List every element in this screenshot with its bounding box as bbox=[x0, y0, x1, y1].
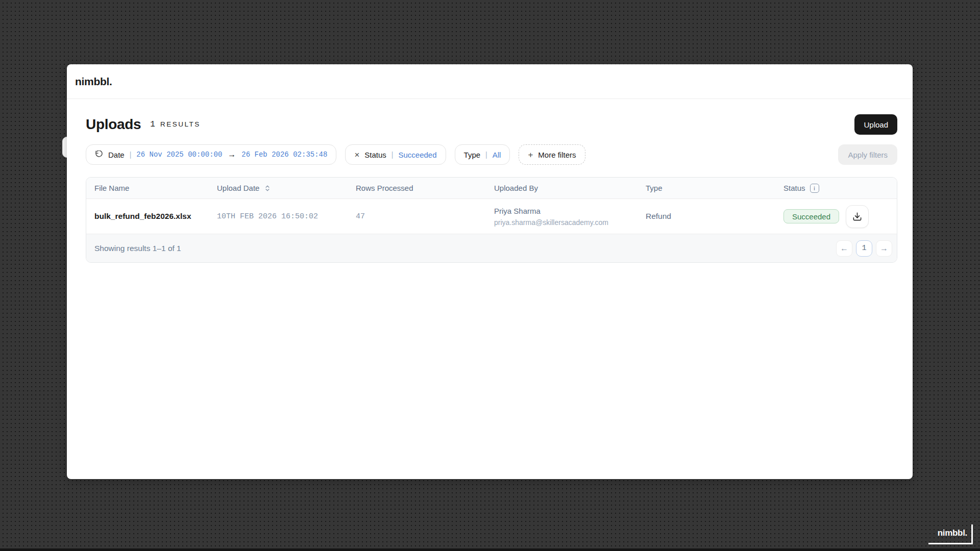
pagination: ← 1 → bbox=[836, 240, 892, 257]
status-filter-chip[interactable]: × Status | Succeeded bbox=[345, 144, 446, 165]
date-to-value[interactable]: 26 Feb 2026 02:35:48 bbox=[241, 151, 327, 159]
status-filter-value[interactable]: Succeeded bbox=[399, 151, 437, 159]
next-page-button[interactable]: → bbox=[876, 240, 892, 257]
title-row: Uploads 1 RESULTS Upload bbox=[86, 114, 897, 135]
results-label: RESULTS bbox=[160, 120, 201, 128]
filters-row: Date | 26 Nov 2025 00:00:00 → 26 Feb 202… bbox=[86, 144, 897, 165]
reset-rotate-icon[interactable] bbox=[95, 151, 103, 159]
separator: | bbox=[130, 151, 132, 159]
upload-button[interactable]: Upload bbox=[854, 114, 897, 135]
results-count: 1 bbox=[150, 120, 155, 129]
download-icon bbox=[852, 212, 862, 221]
column-header-status: Status i bbox=[783, 184, 897, 193]
info-icon[interactable]: i bbox=[810, 184, 819, 193]
arrow-right-icon: → bbox=[880, 244, 888, 253]
date-filter-chip[interactable]: Date | 26 Nov 2025 00:00:00 → 26 Feb 202… bbox=[86, 144, 336, 165]
separator: | bbox=[485, 151, 487, 159]
date-filter-label: Date bbox=[108, 151, 125, 159]
column-header-uploaded-by: Uploaded By bbox=[494, 184, 646, 192]
status-cell: Succeeded bbox=[783, 205, 897, 228]
column-header-type: Type bbox=[646, 184, 783, 192]
results-meta: 1 RESULTS bbox=[150, 120, 200, 129]
file-name-cell: bulk_refund_feb2026.xlsx bbox=[94, 212, 217, 221]
sort-icon[interactable] bbox=[264, 185, 271, 192]
page-title: Uploads bbox=[86, 116, 141, 133]
more-filters-button[interactable]: + More filters bbox=[519, 144, 585, 165]
separator: | bbox=[391, 151, 394, 159]
previous-page-button[interactable]: ← bbox=[836, 240, 852, 257]
uploader-email: priya.sharma@skillersacademy.com bbox=[494, 218, 646, 227]
column-header-upload-date[interactable]: Upload Date bbox=[217, 184, 356, 192]
table-footer: Showing results 1–1 of 1 ← 1 → bbox=[86, 234, 897, 262]
type-cell: Refund bbox=[646, 212, 783, 221]
footer-brand-frame: nimbbl. bbox=[928, 524, 973, 544]
panel-header: nimbbl. bbox=[67, 64, 913, 99]
download-button[interactable] bbox=[846, 205, 869, 228]
uploader-name: Priya Sharma bbox=[494, 207, 646, 215]
type-filter-chip[interactable]: Type | All bbox=[455, 144, 510, 165]
upload-date-cell: 10TH FEB 2026 16:50:02 bbox=[217, 212, 356, 221]
footer-brand-logo: nimbbl. bbox=[938, 528, 967, 538]
uploads-panel: nimbbl. Uploads 1 RESULTS Upload bbox=[67, 64, 913, 479]
arrow-left-icon: ← bbox=[840, 244, 848, 253]
bottom-edge-strip bbox=[0, 548, 980, 551]
page-number-button[interactable]: 1 bbox=[856, 240, 872, 257]
more-filters-label: More filters bbox=[538, 151, 576, 159]
date-from-value[interactable]: 26 Nov 2025 00:00:00 bbox=[136, 151, 222, 159]
table-row[interactable]: bulk_refund_feb2026.xlsx 10TH FEB 2026 1… bbox=[86, 199, 897, 234]
type-filter-label: Type bbox=[464, 151, 481, 159]
arrow-right-icon: → bbox=[227, 150, 236, 159]
plus-icon: + bbox=[528, 151, 533, 159]
rows-processed-cell: 47 bbox=[356, 212, 494, 221]
table-header-row: File Name Upload Date Rows Processed bbox=[86, 178, 897, 199]
desktop-background: nimbbl. Uploads 1 RESULTS Upload bbox=[0, 0, 980, 551]
uploaded-by-cell: Priya Sharma priya.sharma@skillersacadem… bbox=[494, 207, 646, 227]
app-logo: nimbbl. bbox=[75, 76, 112, 88]
status-filter-label: Status bbox=[364, 151, 386, 159]
apply-filters-button[interactable]: Apply filters bbox=[838, 144, 897, 165]
status-badge: Succeeded bbox=[783, 209, 839, 223]
results-summary: Showing results 1–1 of 1 bbox=[94, 244, 181, 253]
column-header-rows-processed: Rows Processed bbox=[356, 184, 494, 192]
close-icon[interactable]: × bbox=[354, 151, 359, 159]
uploads-table: File Name Upload Date Rows Processed bbox=[86, 177, 897, 263]
column-header-file-name: File Name bbox=[94, 184, 217, 192]
type-filter-value[interactable]: All bbox=[493, 151, 501, 159]
panel-body: Uploads 1 RESULTS Upload Date | bbox=[67, 114, 913, 263]
